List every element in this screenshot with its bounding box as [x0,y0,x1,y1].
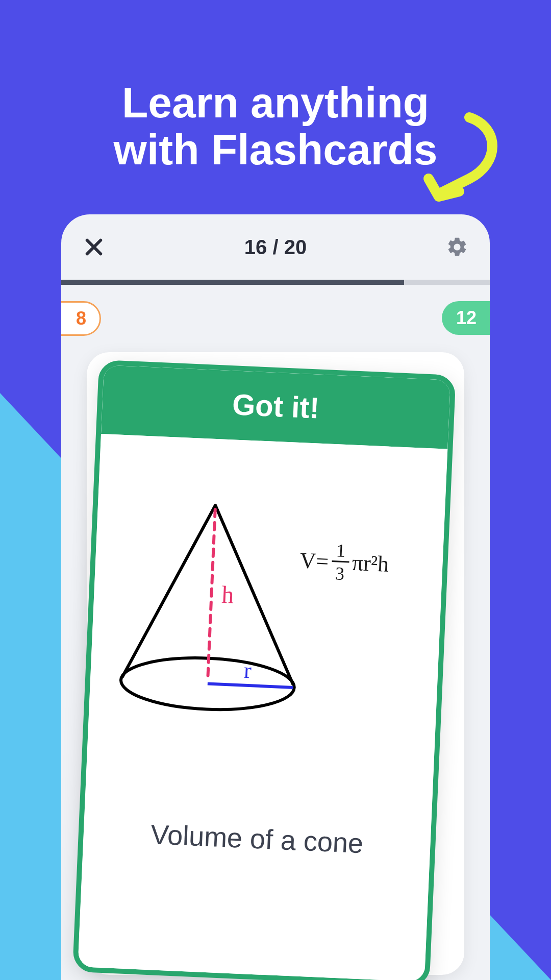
score-left-pill: 8 [61,301,101,336]
topbar: 16 / 20 [61,214,490,280]
svg-line-1 [208,509,215,680]
formula-numerator: 1 [332,541,350,562]
cone-diagram: h r [114,496,307,718]
score-row: 8 12 [61,285,490,341]
phone-frame: 16 / 20 8 12 Got it! h r V= [61,214,490,980]
settings-button[interactable] [443,233,471,261]
flashcard-caption: Volume of a cone [83,815,431,862]
flashcard[interactable]: Got it! h r V= 1 3 πr²h Volume of a cone [72,360,456,980]
formula-prefix: V= [299,547,329,574]
formula-suffix: πr²h [352,550,389,577]
svg-line-2 [208,684,293,688]
svg-text:r: r [243,658,252,683]
close-icon [84,237,104,257]
svg-text:h: h [221,581,234,608]
gear-icon [446,236,468,258]
progress-bar [61,280,490,285]
close-button[interactable] [80,233,108,261]
formula-fraction: 1 3 [331,541,350,583]
progress-counter: 16 / 20 [244,236,307,259]
score-right-pill: 12 [442,301,490,335]
flashcard-body: h r V= 1 3 πr²h Volume of a cone [78,434,447,980]
formula-denominator: 3 [335,562,345,583]
arrow-icon [403,107,505,209]
progress-fill [61,280,404,285]
formula: V= 1 3 πr²h [299,540,390,585]
